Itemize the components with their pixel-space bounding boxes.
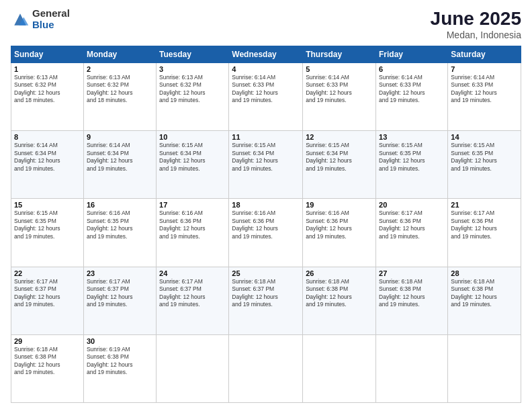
- cell-info: Sunrise: 6:18 AMSunset: 6:38 PMDaylight:…: [379, 278, 425, 308]
- table-row: 29 Sunrise: 6:18 AMSunset: 6:38 PMDaylig…: [11, 334, 84, 402]
- cell-info: Sunrise: 6:17 AMSunset: 6:36 PMDaylight:…: [451, 210, 497, 239]
- logo-blue-text: Blue: [32, 19, 70, 31]
- day-number: 16: [87, 201, 153, 209]
- table-row: 7 Sunrise: 6:14 AMSunset: 6:33 PMDayligh…: [448, 63, 521, 131]
- table-row: [448, 334, 521, 402]
- table-row: 3 Sunrise: 6:13 AMSunset: 6:32 PMDayligh…: [157, 63, 229, 131]
- day-number: 22: [14, 269, 81, 277]
- table-row: 26 Sunrise: 6:18 AMSunset: 6:38 PMDaylig…: [303, 267, 376, 334]
- logo: General Blue: [11, 8, 70, 30]
- cell-info: Sunrise: 6:16 AMSunset: 6:36 PMDaylight:…: [159, 210, 206, 239]
- calendar-week-row: 1 Sunrise: 6:13 AMSunset: 6:32 PMDayligh…: [11, 63, 521, 131]
- cell-info: Sunrise: 6:13 AMSunset: 6:32 PMDaylight:…: [87, 74, 133, 103]
- cell-info: Sunrise: 6:16 AMSunset: 6:36 PMDaylight:…: [232, 210, 278, 239]
- cell-info: Sunrise: 6:18 AMSunset: 6:38 PMDaylight:…: [451, 278, 497, 308]
- cell-info: Sunrise: 6:16 AMSunset: 6:35 PMDaylight:…: [87, 210, 133, 239]
- cell-info: Sunrise: 6:17 AMSunset: 6:37 PMDaylight:…: [159, 278, 206, 308]
- cell-info: Sunrise: 6:14 AMSunset: 6:34 PMDaylight:…: [87, 142, 133, 171]
- table-row: [303, 334, 376, 402]
- table-row: 6 Sunrise: 6:14 AMSunset: 6:33 PMDayligh…: [376, 63, 448, 131]
- cell-info: Sunrise: 6:19 AMSunset: 6:38 PMDaylight:…: [87, 346, 133, 375]
- col-thursday: Thursday: [303, 46, 376, 63]
- col-monday: Monday: [83, 46, 156, 63]
- table-row: 4 Sunrise: 6:14 AMSunset: 6:33 PMDayligh…: [229, 63, 303, 131]
- main-title: June 2025: [431, 8, 521, 30]
- cell-info: Sunrise: 6:15 AMSunset: 6:34 PMDaylight:…: [159, 142, 206, 171]
- table-row: 25 Sunrise: 6:18 AMSunset: 6:37 PMDaylig…: [229, 267, 303, 334]
- day-number: 30: [87, 337, 153, 345]
- cell-info: Sunrise: 6:18 AMSunset: 6:37 PMDaylight:…: [232, 278, 278, 308]
- calendar-week-row: 22 Sunrise: 6:17 AMSunset: 6:37 PMDaylig…: [11, 267, 521, 334]
- table-row: 16 Sunrise: 6:16 AMSunset: 6:35 PMDaylig…: [83, 199, 156, 267]
- table-row: 8 Sunrise: 6:14 AMSunset: 6:34 PMDayligh…: [11, 131, 84, 199]
- day-number: 26: [306, 269, 373, 277]
- logo-text: General Blue: [32, 8, 70, 30]
- table-row: [229, 334, 303, 402]
- cell-info: Sunrise: 6:18 AMSunset: 6:38 PMDaylight:…: [14, 346, 60, 375]
- table-row: 9 Sunrise: 6:14 AMSunset: 6:34 PMDayligh…: [83, 131, 156, 199]
- col-wednesday: Wednesday: [229, 46, 303, 63]
- cell-info: Sunrise: 6:14 AMSunset: 6:33 PMDaylight:…: [451, 74, 497, 103]
- table-row: 12 Sunrise: 6:15 AMSunset: 6:34 PMDaylig…: [303, 131, 376, 199]
- table-row: 24 Sunrise: 6:17 AMSunset: 6:37 PMDaylig…: [157, 267, 229, 334]
- calendar-header-row: Sunday Monday Tuesday Wednesday Thursday…: [11, 46, 521, 63]
- day-number: 7: [451, 65, 518, 73]
- table-row: 19 Sunrise: 6:16 AMSunset: 6:36 PMDaylig…: [303, 199, 376, 267]
- header: General Blue June 2025 Medan, Indonesia: [11, 8, 521, 40]
- cell-info: Sunrise: 6:17 AMSunset: 6:36 PMDaylight:…: [379, 210, 425, 239]
- day-number: 5: [306, 65, 373, 73]
- cell-info: Sunrise: 6:17 AMSunset: 6:37 PMDaylight:…: [87, 278, 133, 308]
- day-number: 21: [451, 201, 518, 209]
- table-row: 15 Sunrise: 6:15 AMSunset: 6:35 PMDaylig…: [11, 199, 84, 267]
- day-number: 18: [232, 201, 300, 209]
- col-friday: Friday: [376, 46, 448, 63]
- day-number: 1: [14, 65, 81, 73]
- day-number: 17: [159, 201, 226, 209]
- day-number: 11: [232, 133, 300, 141]
- table-row: 28 Sunrise: 6:18 AMSunset: 6:38 PMDaylig…: [448, 267, 521, 334]
- cell-info: Sunrise: 6:14 AMSunset: 6:33 PMDaylight:…: [232, 74, 278, 103]
- title-block: June 2025 Medan, Indonesia: [431, 8, 521, 40]
- table-row: 21 Sunrise: 6:17 AMSunset: 6:36 PMDaylig…: [448, 199, 521, 267]
- calendar-week-row: 8 Sunrise: 6:14 AMSunset: 6:34 PMDayligh…: [11, 131, 521, 199]
- day-number: 15: [14, 201, 81, 209]
- cell-info: Sunrise: 6:13 AMSunset: 6:32 PMDaylight:…: [14, 74, 60, 103]
- table-row: 27 Sunrise: 6:18 AMSunset: 6:38 PMDaylig…: [376, 267, 448, 334]
- day-number: 3: [159, 65, 226, 73]
- logo-icon: [11, 10, 30, 29]
- col-tuesday: Tuesday: [157, 46, 229, 63]
- day-number: 19: [306, 201, 373, 209]
- table-row: 23 Sunrise: 6:17 AMSunset: 6:37 PMDaylig…: [83, 267, 156, 334]
- calendar-week-row: 15 Sunrise: 6:15 AMSunset: 6:35 PMDaylig…: [11, 199, 521, 267]
- day-number: 13: [379, 133, 445, 141]
- cell-info: Sunrise: 6:15 AMSunset: 6:35 PMDaylight:…: [451, 142, 497, 171]
- day-number: 23: [87, 269, 153, 277]
- cell-info: Sunrise: 6:13 AMSunset: 6:32 PMDaylight:…: [159, 74, 206, 103]
- day-number: 28: [451, 269, 518, 277]
- day-number: 25: [232, 269, 300, 277]
- day-number: 10: [159, 133, 226, 141]
- table-row: 10 Sunrise: 6:15 AMSunset: 6:34 PMDaylig…: [157, 131, 229, 199]
- day-number: 24: [159, 269, 226, 277]
- cell-info: Sunrise: 6:15 AMSunset: 6:35 PMDaylight:…: [14, 210, 60, 239]
- day-number: 2: [87, 65, 153, 73]
- cell-info: Sunrise: 6:15 AMSunset: 6:35 PMDaylight:…: [379, 142, 425, 171]
- table-row: [157, 334, 229, 402]
- subtitle: Medan, Indonesia: [431, 30, 521, 40]
- calendar: Sunday Monday Tuesday Wednesday Thursday…: [11, 46, 521, 403]
- day-number: 6: [379, 65, 445, 73]
- table-row: 22 Sunrise: 6:17 AMSunset: 6:37 PMDaylig…: [11, 267, 84, 334]
- table-row: 20 Sunrise: 6:17 AMSunset: 6:36 PMDaylig…: [376, 199, 448, 267]
- table-row: 5 Sunrise: 6:14 AMSunset: 6:33 PMDayligh…: [303, 63, 376, 131]
- table-row: 1 Sunrise: 6:13 AMSunset: 6:32 PMDayligh…: [11, 63, 84, 131]
- cell-info: Sunrise: 6:14 AMSunset: 6:33 PMDaylight:…: [379, 74, 425, 103]
- day-number: 14: [451, 133, 518, 141]
- cell-info: Sunrise: 6:17 AMSunset: 6:37 PMDaylight:…: [14, 278, 60, 308]
- cell-info: Sunrise: 6:14 AMSunset: 6:33 PMDaylight:…: [306, 74, 352, 103]
- cell-info: Sunrise: 6:14 AMSunset: 6:34 PMDaylight:…: [14, 142, 60, 171]
- table-row: 11 Sunrise: 6:15 AMSunset: 6:34 PMDaylig…: [229, 131, 303, 199]
- day-number: 27: [379, 269, 445, 277]
- table-row: 17 Sunrise: 6:16 AMSunset: 6:36 PMDaylig…: [157, 199, 229, 267]
- day-number: 20: [379, 201, 445, 209]
- cell-info: Sunrise: 6:15 AMSunset: 6:34 PMDaylight:…: [232, 142, 278, 171]
